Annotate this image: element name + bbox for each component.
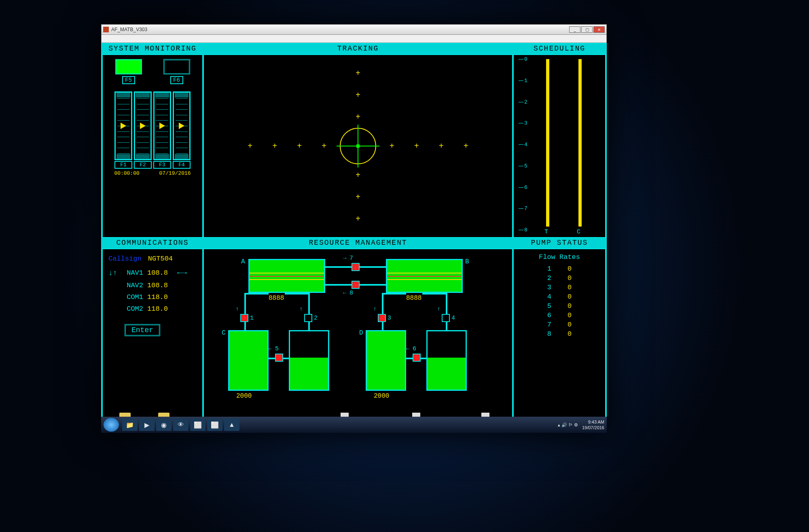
- pump-4[interactable]: [442, 314, 450, 322]
- gauge-f1[interactable]: F1: [114, 91, 132, 169]
- pump-8-label: 8: [349, 290, 353, 297]
- crosshair-mark: +: [322, 142, 326, 151]
- maximize-button[interactable]: ▢: [581, 26, 593, 33]
- pump-8[interactable]: [352, 281, 360, 289]
- taskbar[interactable]: 📁 ▶ ◉ 👁 ⬜ ⬜ ▲ ▴ 🔊 🏳 ⚙ 9:43 AM 19/07/2016: [101, 417, 607, 433]
- pump-number: 4: [547, 293, 551, 301]
- freq-name: COM1: [120, 293, 143, 301]
- tracking-panel[interactable]: ++++++++++++++: [203, 54, 513, 238]
- freq-value: 108.8: [147, 269, 173, 277]
- light-f5[interactable]: [115, 59, 142, 74]
- pumpstat-row: 20: [519, 274, 599, 282]
- scheduling-header: SCHEDULING: [513, 44, 606, 54]
- pump-1[interactable]: [240, 314, 248, 322]
- crosshair-mark: +: [356, 193, 360, 202]
- light-f6[interactable]: [163, 59, 190, 74]
- gauge-label: F3: [153, 161, 171, 169]
- tank-d-label: D: [359, 329, 363, 337]
- pump-7[interactable]: [352, 263, 360, 271]
- clock-time: 9:43 AM: [582, 419, 604, 425]
- leftright-arrow-icon: ←→: [177, 268, 187, 278]
- media-icon[interactable]: ▶: [139, 419, 155, 431]
- pump-number: 2: [547, 274, 551, 282]
- pumpstat-header: PUMP STATUS: [513, 238, 606, 248]
- comms-header: COMMUNICATIONS: [102, 238, 203, 248]
- sched-label-t: T: [544, 229, 548, 235]
- pump-flowrate: 0: [568, 302, 572, 310]
- pumpstat-panel: Flow Rates 1020304050607080: [513, 248, 606, 432]
- pipe-4: [446, 293, 447, 330]
- chrome-icon[interactable]: ◉: [156, 419, 172, 431]
- freq-value: 118.0: [147, 293, 173, 301]
- freq-row-com2[interactable]: COM2118.0: [108, 305, 197, 313]
- app2-icon[interactable]: ⬜: [207, 419, 222, 431]
- light-f6-group: F6: [163, 59, 190, 84]
- sched-bar-c: [578, 59, 582, 227]
- sched-tick-label: 3: [524, 120, 527, 126]
- crosshair-mark: +: [356, 171, 360, 180]
- freq-row-nav1[interactable]: ↓↑NAV1108.8←→: [108, 268, 197, 278]
- pump-number: 7: [547, 321, 551, 329]
- comms-panel: Callsign NGT504 ↓↑NAV1108.8←→NAV2108.8CO…: [102, 248, 203, 432]
- pump-2-label: 2: [314, 315, 318, 322]
- tank-b-value: 8888: [406, 295, 421, 302]
- sched-scale: 012345678: [519, 59, 528, 230]
- pump-8-arrow: ←: [343, 290, 346, 296]
- app1-icon[interactable]: ⬜: [190, 419, 205, 431]
- enter-button[interactable]: Enter: [125, 324, 160, 336]
- eye-icon[interactable]: 👁: [173, 419, 188, 431]
- pumpstat-title: Flow Rates: [519, 253, 599, 261]
- tank-d-value: 2000: [374, 392, 389, 400]
- minimize-button[interactable]: _: [569, 26, 580, 33]
- callsign-label: Callsign: [108, 255, 142, 263]
- scheduling-panel: 012345678 T C: [513, 54, 606, 238]
- tray-icons[interactable]: ▴ 🔊 🏳 ⚙: [558, 422, 578, 428]
- pipe-1: [244, 293, 246, 330]
- pump-2-arrow: ↑: [299, 306, 303, 312]
- resman-panel: A 8888 B 8888 C 2000: [203, 248, 513, 432]
- matlab-icon[interactable]: ▲: [224, 419, 239, 431]
- freq-name: COM2: [120, 305, 143, 313]
- pump-5-arrow: ←: [269, 345, 272, 352]
- resman-header: RESOURCE MANAGEMENT: [203, 238, 513, 248]
- crosshair-mark: +: [297, 142, 302, 151]
- pumpstat-row: 70: [519, 321, 599, 329]
- tank-f: [426, 330, 467, 391]
- crosshair-mark: +: [356, 112, 360, 122]
- pump-number: 1: [547, 265, 551, 273]
- start-button[interactable]: [104, 418, 119, 432]
- freq-row-com1[interactable]: COM1118.0: [108, 293, 197, 301]
- pump-number: 3: [547, 284, 551, 291]
- pump-5[interactable]: [275, 354, 283, 362]
- pump-6[interactable]: [413, 354, 421, 362]
- explorer-icon[interactable]: 📁: [122, 419, 138, 431]
- light-f5-group: F5: [115, 59, 142, 84]
- close-button[interactable]: ✕: [593, 26, 605, 33]
- gauge-f4[interactable]: F4: [173, 91, 191, 169]
- pump-2[interactable]: [304, 314, 312, 322]
- current-date: 07/19/2016: [159, 170, 191, 176]
- pump-1-arrow: ↑: [235, 306, 239, 312]
- pump-7-arrow: →: [343, 255, 346, 261]
- sysmon-panel: F5 F6 F1F2F3F4 00:00:00 07/19/2016: [102, 54, 203, 238]
- crosshair-mark: +: [390, 142, 394, 151]
- callsign-value: NGT504: [148, 255, 173, 263]
- clock[interactable]: 9:43 AM 19/07/2016: [582, 419, 604, 430]
- sched-tick-label: 6: [524, 184, 527, 190]
- sysmon-header: SYSTEM MONITORING: [102, 44, 203, 54]
- pump-number: 5: [547, 302, 551, 310]
- tank-a-value: 8888: [269, 295, 284, 302]
- updown-arrow-icon: ↓↑: [108, 269, 116, 277]
- gauge-f2[interactable]: F2: [134, 91, 152, 169]
- pump-number: 8: [547, 330, 551, 338]
- tank-b-label: B: [465, 258, 469, 265]
- freq-row-nav2[interactable]: NAV2108.8: [108, 282, 197, 289]
- freq-value: 118.0: [147, 305, 173, 313]
- pump-3[interactable]: [378, 314, 386, 322]
- gauge-f3[interactable]: F3: [153, 91, 171, 169]
- pumpstat-row: 40: [519, 293, 599, 301]
- crosshair-mark: +: [356, 69, 360, 78]
- window-titlebar[interactable]: AF_MATB_V303 _ ▢ ✕: [101, 24, 607, 35]
- crosshair-mark: +: [356, 91, 360, 100]
- pump-flowrate: 0: [568, 284, 572, 291]
